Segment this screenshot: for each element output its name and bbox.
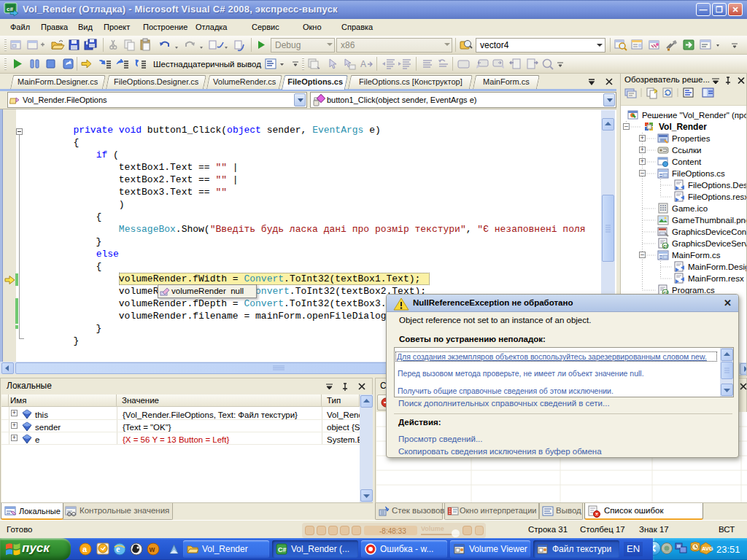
svg-text:C#: C# [278, 546, 287, 553]
svg-text:AVG: AVG [702, 545, 713, 552]
svg-text:A: A [360, 59, 366, 69]
svg-text:c#: c# [7, 6, 13, 12]
svg-text:w: w [149, 545, 155, 553]
svg-text:a: a [82, 545, 88, 553]
svg-text:c#: c# [663, 244, 669, 249]
